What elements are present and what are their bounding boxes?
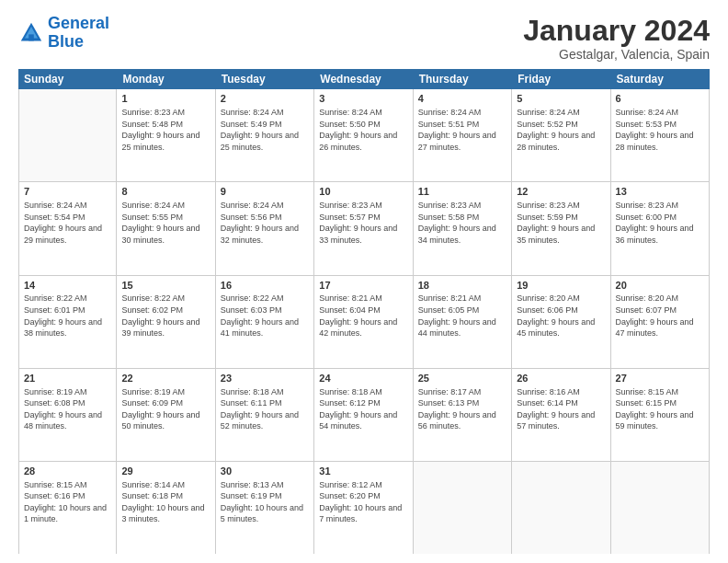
cal-cell-2-6: 20Sunrise: 8:20 AMSunset: 6:07 PMDayligh…	[611, 276, 710, 368]
cal-cell-3-0: 21Sunrise: 8:19 AMSunset: 6:08 PMDayligh…	[18, 369, 117, 461]
day-number: 11	[418, 185, 506, 199]
logo: General Blue	[18, 15, 109, 52]
cal-cell-1-3: 10Sunrise: 8:23 AMSunset: 5:57 PMDayligh…	[314, 182, 413, 274]
cal-cell-1-5: 12Sunrise: 8:23 AMSunset: 5:59 PMDayligh…	[512, 182, 610, 274]
day-number: 8	[121, 185, 210, 199]
cell-info: Sunrise: 8:18 AMSunset: 6:12 PMDaylight:…	[319, 386, 407, 432]
day-number: 23	[221, 372, 309, 385]
day-number: 27	[616, 372, 704, 385]
cal-cell-2-0: 14Sunrise: 8:22 AMSunset: 6:01 PMDayligh…	[18, 276, 117, 368]
cell-info: Sunrise: 8:23 AMSunset: 5:48 PMDaylight:…	[121, 107, 210, 153]
cal-cell-2-2: 16Sunrise: 8:22 AMSunset: 6:03 PMDayligh…	[216, 276, 314, 368]
cell-info: Sunrise: 8:16 AMSunset: 6:14 PMDaylight:…	[517, 386, 605, 432]
cell-info: Sunrise: 8:13 AMSunset: 6:19 PMDaylight:…	[221, 479, 309, 525]
cal-cell-0-4: 4Sunrise: 8:24 AMSunset: 5:51 PMDaylight…	[414, 89, 512, 181]
header-day-thursday: Thursday	[414, 69, 512, 89]
calendar: SundayMondayTuesdayWednesdayThursdayFrid…	[18, 69, 710, 554]
logo-icon	[18, 20, 44, 46]
cell-info: Sunrise: 8:20 AMSunset: 6:06 PMDaylight:…	[517, 293, 605, 339]
day-number: 15	[121, 279, 210, 293]
week-row-0: 1Sunrise: 8:23 AMSunset: 5:48 PMDaylight…	[18, 89, 710, 182]
cal-cell-4-2: 30Sunrise: 8:13 AMSunset: 6:19 PMDayligh…	[216, 462, 314, 554]
cell-info: Sunrise: 8:24 AMSunset: 5:54 PMDaylight:…	[24, 200, 111, 246]
cell-info: Sunrise: 8:24 AMSunset: 5:53 PMDaylight:…	[616, 107, 704, 153]
cell-info: Sunrise: 8:24 AMSunset: 5:55 PMDaylight:…	[121, 200, 210, 246]
day-number: 31	[319, 465, 407, 478]
day-number: 2	[221, 92, 309, 106]
logo-text: General Blue	[48, 15, 109, 52]
page: General Blue January 2024 Gestalgar, Val…	[0, 0, 728, 563]
day-number: 22	[121, 372, 210, 385]
day-number: 7	[24, 185, 111, 199]
svg-rect-2	[28, 34, 34, 40]
week-row-3: 21Sunrise: 8:19 AMSunset: 6:08 PMDayligh…	[18, 369, 710, 462]
cal-cell-3-1: 22Sunrise: 8:19 AMSunset: 6:09 PMDayligh…	[117, 369, 215, 461]
day-number: 19	[517, 279, 605, 293]
cell-info: Sunrise: 8:24 AMSunset: 5:52 PMDaylight:…	[517, 107, 605, 153]
cal-cell-4-0: 28Sunrise: 8:15 AMSunset: 6:16 PMDayligh…	[18, 462, 117, 554]
header-day-wednesday: Wednesday	[314, 69, 413, 89]
cell-info: Sunrise: 8:24 AMSunset: 5:51 PMDaylight:…	[418, 107, 506, 153]
day-number: 12	[517, 185, 605, 199]
day-number: 6	[616, 92, 704, 106]
cell-info: Sunrise: 8:15 AMSunset: 6:15 PMDaylight:…	[616, 386, 704, 432]
logo-line2: Blue	[48, 32, 84, 51]
day-number: 26	[517, 372, 605, 385]
cal-cell-2-1: 15Sunrise: 8:22 AMSunset: 6:02 PMDayligh…	[117, 276, 215, 368]
day-number: 3	[319, 92, 407, 106]
cal-cell-0-0	[18, 89, 117, 181]
day-number: 30	[221, 465, 309, 478]
cal-cell-2-4: 18Sunrise: 8:21 AMSunset: 6:05 PMDayligh…	[414, 276, 512, 368]
cell-info: Sunrise: 8:24 AMSunset: 5:50 PMDaylight:…	[319, 107, 407, 153]
day-number: 16	[221, 279, 309, 293]
cal-cell-0-3: 3Sunrise: 8:24 AMSunset: 5:50 PMDaylight…	[314, 89, 413, 181]
cal-cell-0-6: 6Sunrise: 8:24 AMSunset: 5:53 PMDaylight…	[611, 89, 710, 181]
cal-cell-3-3: 24Sunrise: 8:18 AMSunset: 6:12 PMDayligh…	[314, 369, 413, 461]
day-number: 21	[24, 372, 111, 385]
day-number: 28	[24, 465, 111, 478]
cell-info: Sunrise: 8:24 AMSunset: 5:56 PMDaylight:…	[221, 200, 309, 246]
cal-cell-4-6	[611, 462, 710, 554]
cell-info: Sunrise: 8:23 AMSunset: 6:00 PMDaylight:…	[616, 200, 704, 246]
cell-info: Sunrise: 8:23 AMSunset: 5:58 PMDaylight:…	[418, 200, 506, 246]
cal-cell-4-3: 31Sunrise: 8:12 AMSunset: 6:20 PMDayligh…	[314, 462, 413, 554]
calendar-header: SundayMondayTuesdayWednesdayThursdayFrid…	[18, 69, 710, 89]
title-block: January 2024 Gestalgar, Valencia, Spain	[523, 15, 710, 62]
cell-info: Sunrise: 8:22 AMSunset: 6:01 PMDaylight:…	[24, 293, 111, 339]
cal-cell-4-1: 29Sunrise: 8:14 AMSunset: 6:18 PMDayligh…	[117, 462, 215, 554]
calendar-body: 1Sunrise: 8:23 AMSunset: 5:48 PMDaylight…	[18, 89, 710, 554]
header-day-friday: Friday	[512, 69, 610, 89]
cal-cell-4-5	[512, 462, 610, 554]
cell-info: Sunrise: 8:18 AMSunset: 6:11 PMDaylight:…	[221, 386, 309, 432]
cell-info: Sunrise: 8:19 AMSunset: 6:08 PMDaylight:…	[24, 386, 111, 432]
day-number: 9	[221, 185, 309, 199]
cal-cell-2-5: 19Sunrise: 8:20 AMSunset: 6:06 PMDayligh…	[512, 276, 610, 368]
day-number: 20	[616, 279, 704, 293]
logo-line1: General	[48, 14, 109, 32]
header-day-sunday: Sunday	[18, 69, 117, 89]
cal-cell-3-6: 27Sunrise: 8:15 AMSunset: 6:15 PMDayligh…	[611, 369, 710, 461]
cal-cell-3-4: 25Sunrise: 8:17 AMSunset: 6:13 PMDayligh…	[414, 369, 512, 461]
cal-cell-1-6: 13Sunrise: 8:23 AMSunset: 6:00 PMDayligh…	[611, 182, 710, 274]
cal-cell-1-1: 8Sunrise: 8:24 AMSunset: 5:55 PMDaylight…	[117, 182, 215, 274]
cal-cell-1-0: 7Sunrise: 8:24 AMSunset: 5:54 PMDaylight…	[18, 182, 117, 274]
cell-info: Sunrise: 8:22 AMSunset: 6:02 PMDaylight:…	[121, 293, 210, 339]
week-row-4: 28Sunrise: 8:15 AMSunset: 6:16 PMDayligh…	[18, 462, 710, 554]
cell-info: Sunrise: 8:22 AMSunset: 6:03 PMDaylight:…	[221, 293, 309, 339]
header: General Blue January 2024 Gestalgar, Val…	[18, 15, 710, 62]
day-number: 17	[319, 279, 407, 293]
cal-cell-2-3: 17Sunrise: 8:21 AMSunset: 6:04 PMDayligh…	[314, 276, 413, 368]
cal-cell-1-4: 11Sunrise: 8:23 AMSunset: 5:58 PMDayligh…	[414, 182, 512, 274]
header-day-saturday: Saturday	[611, 69, 710, 89]
week-row-1: 7Sunrise: 8:24 AMSunset: 5:54 PMDaylight…	[18, 182, 710, 275]
header-day-monday: Monday	[117, 69, 215, 89]
cal-cell-0-1: 1Sunrise: 8:23 AMSunset: 5:48 PMDaylight…	[117, 89, 215, 181]
cal-cell-4-4	[414, 462, 512, 554]
cell-info: Sunrise: 8:21 AMSunset: 6:04 PMDaylight:…	[319, 293, 407, 339]
day-number: 1	[121, 92, 210, 106]
cell-info: Sunrise: 8:19 AMSunset: 6:09 PMDaylight:…	[121, 386, 210, 432]
day-number: 13	[616, 185, 704, 199]
day-number: 18	[418, 279, 506, 293]
day-number: 24	[319, 372, 407, 385]
main-title: January 2024	[523, 15, 710, 47]
